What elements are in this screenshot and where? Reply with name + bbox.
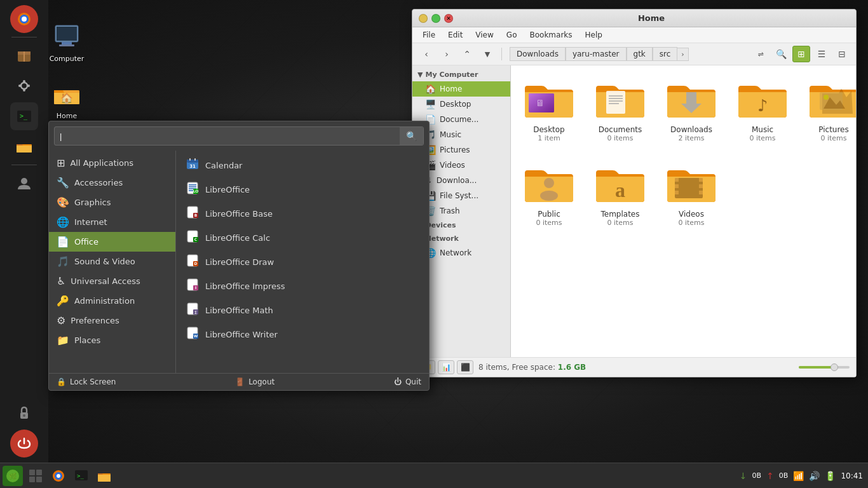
fm-folder-desktop[interactable]: 🖥 Desktop 1 item <box>519 73 580 147</box>
fm-up-button[interactable]: ⌃ <box>458 46 476 62</box>
fm-zoom-thumb[interactable] <box>831 363 838 371</box>
fm-status-btn-2[interactable]: 📊 <box>438 360 454 374</box>
menu-accessories[interactable]: 🔧 Accessories <box>49 173 175 193</box>
fm-menu-view[interactable]: View <box>470 29 498 41</box>
desktop-icon-home[interactable]: 🏠 Home <box>41 76 92 123</box>
menu-preferences[interactable]: ⚙️ Preferences <box>49 311 175 330</box>
menu-universal-access[interactable]: ♿ Universal Access <box>49 271 175 291</box>
music-folder-icon: ♪ <box>737 78 788 121</box>
fm-compact-view-button[interactable]: ⊟ <box>833 46 851 62</box>
fm-folder-templates[interactable]: a Templates 0 items <box>590 158 651 232</box>
taskbar-terminal[interactable]: >_ <box>71 466 92 486</box>
fm-list-view-button[interactable]: ☰ <box>813 46 831 62</box>
menu-quit[interactable]: ⏻ Quit <box>394 377 421 386</box>
menu-app-libreoffice-writer[interactable]: W LibreOffice Writer <box>176 322 429 346</box>
desktop-sidebar-icon: 🖥️ <box>425 99 436 109</box>
fm-menu-go[interactable]: Go <box>501 29 522 41</box>
documents-folder-name: Documents <box>599 125 642 134</box>
documents-folder-count: 0 items <box>607 134 633 142</box>
menu-app-libreoffice-impress[interactable]: I LibreOffice Impress <box>176 274 429 298</box>
menu-app-libreoffice[interactable]: LO LibreOffice <box>176 177 429 201</box>
menu-office[interactable]: 📄 Office <box>49 232 175 252</box>
menu-app-libreoffice-draw[interactable]: D LibreOffice Draw <box>176 250 429 274</box>
taskbar-firefox[interactable] <box>48 466 69 486</box>
fm-menu-file[interactable]: File <box>417 29 440 41</box>
fm-menu-help[interactable]: Help <box>580 29 607 41</box>
menu-lock-screen[interactable]: 🔒 Lock Screen <box>57 377 116 386</box>
preferences-icon: ⚙️ <box>57 315 65 327</box>
svg-point-18 <box>21 178 27 184</box>
panel-folder[interactable] <box>10 133 38 161</box>
fm-folder-music[interactable]: ♪ Music 0 items <box>732 73 793 147</box>
fm-free-space: 1.6 GB <box>558 363 586 372</box>
taskbar-wifi-icon[interactable]: 📶 <box>793 471 804 481</box>
fm-minimize-button[interactable] <box>419 14 428 23</box>
fm-folder-pictures[interactable]: Pictures 0 items <box>803 73 856 147</box>
fm-status-btn-3[interactable]: ⬛ <box>457 360 473 374</box>
panel-firefox[interactable] <box>10 5 38 33</box>
fm-menu-bookmarks[interactable]: Bookmarks <box>524 29 577 41</box>
svg-rect-73 <box>29 470 35 475</box>
fm-menu-edit[interactable]: Edit <box>443 29 468 41</box>
taskbar-volume-icon[interactable]: 🔊 <box>809 471 820 481</box>
menu-logout[interactable]: 🚪 Logout <box>235 377 275 386</box>
fm-back-button[interactable]: ‹ <box>417 46 435 62</box>
fm-maximize-button[interactable] <box>431 14 440 23</box>
fm-folder-public[interactable]: Public 0 items <box>519 158 580 232</box>
taskbar-files[interactable] <box>94 466 114 486</box>
taskbar-workspaces[interactable] <box>25 466 46 486</box>
menu-content: ⊞ All Applications 🔧 Accessories 🎨 Graph… <box>49 151 429 373</box>
panel-user[interactable] <box>10 169 38 197</box>
fm-close-button[interactable]: ✕ <box>444 14 453 23</box>
fm-sidebar-desktop[interactable]: 🖥️ Desktop <box>412 97 510 112</box>
fm-section-mycomputer[interactable]: ▼ My Computer <box>412 68 510 81</box>
sound-video-icon: 🎵 <box>57 255 69 268</box>
fm-forward-button[interactable]: › <box>438 46 456 62</box>
menu-app-libreoffice-math[interactable]: ∑ LibreOffice Math <box>176 298 429 322</box>
fm-zoom-slider[interactable] <box>799 366 850 369</box>
fm-crumb-gtk[interactable]: gtk <box>627 47 653 61</box>
menu-app-calendar[interactable]: 31 Calendar <box>176 153 429 177</box>
panel-terminal[interactable]: >_ <box>10 102 38 130</box>
svg-point-20 <box>23 414 25 417</box>
panel-package[interactable] <box>10 41 38 69</box>
fm-sidebar-home[interactable]: 🏠 Home <box>412 81 510 97</box>
menu-internet[interactable]: 🌐 Internet <box>49 212 175 232</box>
fm-search-button[interactable]: 🔍 <box>772 46 790 62</box>
svg-text:C: C <box>194 237 198 241</box>
fm-crumb-yaru[interactable]: yaru-master <box>566 47 627 61</box>
fm-folder-videos[interactable]: Videos 0 items <box>661 158 722 232</box>
fm-folder-downloads[interactable]: Downloads 2 items <box>661 73 722 147</box>
menu-app-libreoffice-calc[interactable]: C LibreOffice Calc <box>176 226 429 250</box>
svg-rect-68 <box>699 178 703 182</box>
menu-app-libreoffice-base[interactable]: B LibreOffice Base <box>176 201 429 226</box>
svg-rect-1 <box>57 27 77 41</box>
menu-sound-video[interactable]: 🎵 Sound & Video <box>49 252 175 271</box>
fm-folder-documents[interactable]: Documents 0 items <box>590 73 651 147</box>
menu-graphics[interactable]: 🎨 Graphics <box>49 193 175 212</box>
search-input[interactable] <box>55 128 400 145</box>
svg-text:W: W <box>194 334 198 338</box>
fm-crumb-downloads[interactable]: Downloads <box>510 47 566 61</box>
fm-toolbar: ‹ › ⌃ ▼ Downloads yaru-master gtk src › … <box>412 43 856 65</box>
fm-grid-view-button[interactable]: ⊞ <box>792 46 810 62</box>
panel-power[interactable] <box>10 430 38 458</box>
desktop-folder-count: 1 item <box>538 134 560 142</box>
fm-breadcrumb-more[interactable]: › <box>677 48 688 61</box>
menu-places[interactable]: 📁 Places <box>49 330 175 350</box>
menu-administration[interactable]: 🔑 Administration <box>49 291 175 311</box>
fm-path-toggle[interactable]: ⇌ <box>752 46 770 62</box>
svg-point-15 <box>27 85 30 87</box>
svg-rect-23 <box>189 158 191 161</box>
taskbar-mint-button[interactable]: 🌿 <box>3 466 23 486</box>
music-folder-name: Music <box>752 125 773 134</box>
fm-down-arrow[interactable]: ▼ <box>478 46 496 62</box>
menu-all-apps[interactable]: ⊞ All Applications <box>49 153 175 173</box>
desktop-icon-computer[interactable]: Computer <box>41 19 92 65</box>
calendar-icon: 31 <box>186 158 199 173</box>
panel-lock[interactable] <box>10 399 38 427</box>
svg-rect-69 <box>699 184 703 188</box>
fm-crumb-src[interactable]: src <box>653 47 678 61</box>
search-button[interactable]: 🔍 <box>400 127 423 145</box>
panel-settings[interactable] <box>10 72 38 100</box>
